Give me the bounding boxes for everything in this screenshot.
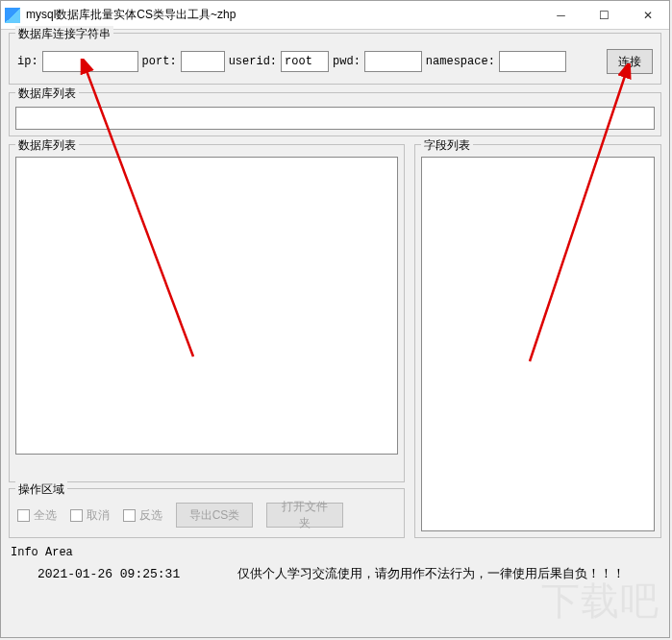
cancel-label: 取消 [87, 507, 110, 524]
app-icon [5, 8, 20, 23]
operations-group: 操作区域 全选 取消 反选 [9, 488, 405, 538]
status-timestamp: 2021-01-26 09:25:31 [37, 567, 180, 581]
status-bar: 2021-01-26 09:25:31 仅供个人学习交流使用，请勿用作不法行为，… [9, 561, 661, 588]
info-area-label: Info Area [11, 546, 661, 559]
database-listbox[interactable] [15, 157, 398, 455]
invert-label: 反选 [139, 507, 162, 524]
userid-label: userid: [229, 55, 277, 68]
maximize-button[interactable]: ☐ [583, 1, 626, 29]
select-all-label: 全选 [34, 507, 57, 524]
operations-legend: 操作区域 [15, 481, 67, 498]
ip-input[interactable] [42, 51, 138, 72]
checkbox-icon [123, 509, 136, 522]
database-list-1-input[interactable] [15, 107, 655, 130]
namespace-input[interactable] [499, 51, 566, 72]
app-window: mysql数据库批量实体CS类导出工具~zhp ─ ☐ ✕ 数据库连接字符串 i… [0, 0, 670, 638]
connection-group: 数据库连接字符串 ip: port: userid: pwd: namespac… [9, 33, 661, 85]
export-cs-button[interactable]: 导出CS类 [176, 503, 253, 528]
port-label: port: [142, 55, 177, 68]
close-button[interactable]: ✕ [626, 1, 669, 29]
minimize-button[interactable]: ─ [539, 1, 583, 29]
database-list-2-legend: 数据库列表 [15, 137, 79, 154]
database-list-1-legend: 数据库列表 [15, 86, 79, 102]
fields-group: 字段列表 [414, 144, 661, 538]
checkbox-icon [17, 509, 30, 522]
invert-checkbox[interactable]: 反选 [123, 507, 162, 524]
database-list-2-group: 数据库列表 [9, 144, 405, 482]
connection-legend: 数据库连接字符串 [15, 26, 113, 42]
fields-legend: 字段列表 [421, 137, 473, 154]
connect-button[interactable]: 连接 [607, 49, 653, 74]
open-folder-button[interactable]: 打开文件夹 [266, 503, 343, 528]
select-all-checkbox[interactable]: 全选 [17, 507, 57, 524]
userid-input[interactable] [281, 51, 329, 72]
status-message: 仅供个人学习交流使用，请勿用作不法行为，一律使用后果自负！！！ [237, 565, 625, 582]
ip-label: ip: [17, 55, 38, 68]
port-input[interactable] [181, 51, 225, 72]
cancel-checkbox[interactable]: 取消 [70, 507, 110, 524]
namespace-label: namespace: [426, 55, 495, 68]
fields-listbox[interactable] [421, 157, 655, 531]
pwd-label: pwd: [333, 55, 361, 68]
pwd-input[interactable] [364, 51, 422, 72]
database-list-1-group: 数据库列表 [9, 92, 661, 136]
window-title: mysql数据库批量实体CS类导出工具~zhp [26, 7, 539, 23]
checkbox-icon [70, 509, 83, 522]
